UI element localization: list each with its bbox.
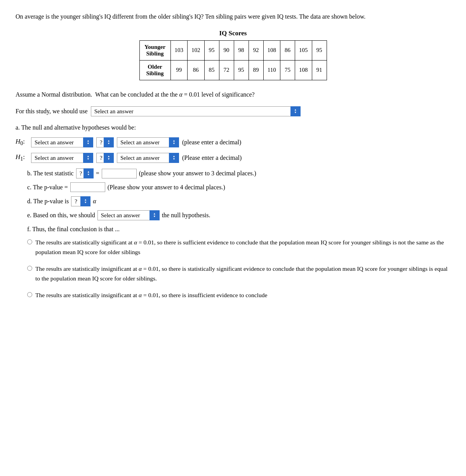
part-d-alpha: α	[93, 196, 96, 206]
conclusion-text-1: The results are statistically significan…	[35, 238, 450, 257]
part-c-row: c. The p-value = (Please show your answe…	[27, 182, 450, 192]
part-b-operator[interactable]: ?	[76, 168, 94, 178]
part-d-row: d. The p-value is ? α	[27, 196, 450, 206]
h0-row: H0: Select an answer ? Select an answer …	[16, 137, 450, 147]
conclusion-option-1[interactable]: The results are statistically significan…	[27, 238, 450, 257]
part-f-row: f. Thus, the final conclusion is that ..…	[27, 224, 450, 234]
alpha-symbol: α	[179, 91, 182, 98]
assume-text: Assume a Normal distribution. What can b…	[16, 90, 450, 100]
h0-operator-wrapper[interactable]: ?	[96, 137, 114, 147]
part-e-select[interactable]: Select an answer	[97, 210, 160, 220]
sub-items: b. The test statistic ? = (please show y…	[27, 168, 450, 234]
conclusion-option-2[interactable]: The results are statistically insignific…	[27, 264, 450, 284]
study-row: For this study, we should use Select an …	[16, 106, 450, 116]
table-section: IQ Scores YoungerSibling1031029590989210…	[16, 29, 450, 80]
h1-select2[interactable]: Select an answer	[117, 153, 179, 163]
conclusion-text-2: The results are statistically insignific…	[35, 264, 450, 284]
part-b-note: (please show your answer to 3 decimal pl…	[139, 168, 256, 178]
h1-select1[interactable]: Select an answer	[31, 153, 93, 163]
part-b-label: b. The test statistic	[27, 168, 74, 178]
part-b-equals: =	[96, 168, 99, 178]
part-d-select-wrapper[interactable]: ?	[71, 196, 90, 206]
part-c-label: c. The p-value =	[27, 182, 68, 192]
part-c-input[interactable]	[70, 182, 105, 192]
conclusion-section: The results are statistically significan…	[16, 238, 450, 300]
h0-select2-wrapper[interactable]: Select an answer	[117, 137, 179, 147]
intro-text: On average is the younger sibling's IQ d…	[16, 12, 450, 22]
h0-select1-wrapper[interactable]: Select an answer	[31, 137, 93, 147]
h1-row: H1: Select an answer ? Select an answer …	[16, 153, 450, 163]
h1-select2-wrapper[interactable]: Select an answer	[117, 153, 179, 163]
study-select-wrapper[interactable]: Select an answer	[91, 106, 301, 116]
h0-select2[interactable]: Select an answer	[117, 137, 179, 147]
h1-operator-select[interactable]: ?	[96, 153, 114, 163]
h0-label: H0:	[16, 138, 28, 147]
part-b-operator-wrapper[interactable]: ?	[76, 168, 94, 178]
part-f-label: f. Thus, the final conclusion is that ..…	[27, 224, 120, 234]
part-c-note: (Please show your answer to 4 decimal pl…	[108, 182, 225, 192]
conclusion-option-3[interactable]: The results are statistically insignific…	[27, 291, 450, 300]
part-e-row: e. Based on this, we should Select an an…	[27, 210, 450, 220]
conclusion-radio-1[interactable]	[27, 239, 32, 244]
iq-scores-table: YoungerSibling103102959098921088610595Ol…	[139, 40, 327, 80]
part-e-select-wrapper[interactable]: Select an answer	[97, 210, 160, 220]
h1-note: (Please enter a decimal)	[182, 154, 242, 161]
part-e-label-post: the null hypothesis.	[162, 210, 210, 220]
conclusion-radio-2[interactable]	[27, 266, 32, 271]
h1-label: H1:	[16, 153, 28, 162]
h0-note: (please enter a decimal)	[182, 139, 241, 146]
conclusion-text-3: The results are statistically insignific…	[35, 291, 267, 300]
part-b-input[interactable]	[102, 169, 137, 178]
h0-operator-select[interactable]: ?	[96, 137, 114, 147]
part-d-select[interactable]: ?	[71, 196, 90, 206]
h0-select1[interactable]: Select an answer	[31, 137, 93, 147]
h1-operator-wrapper[interactable]: ?	[96, 153, 114, 163]
part-e-label-pre: e. Based on this, we should	[27, 210, 95, 220]
conclusion-radio-3[interactable]	[27, 292, 32, 297]
study-select[interactable]: Select an answer	[91, 106, 301, 116]
table-title: IQ Scores	[16, 29, 450, 37]
part-d-label: d. The p-value is	[27, 196, 69, 206]
part-b-row: b. The test statistic ? = (please show y…	[27, 168, 450, 178]
section-a-label: a. The null and alternative hypotheses w…	[16, 124, 450, 131]
h1-select1-wrapper[interactable]: Select an answer	[31, 153, 93, 163]
study-label: For this study, we should use	[16, 108, 88, 115]
